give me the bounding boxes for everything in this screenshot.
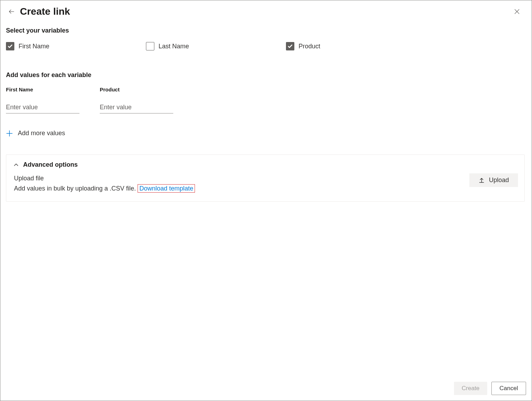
- variable-first-name[interactable]: First Name: [6, 42, 146, 50]
- back-button[interactable]: [6, 6, 17, 17]
- select-variables-heading: Select your variables: [6, 27, 526, 34]
- advanced-options-title: Advanced options: [23, 161, 78, 168]
- add-more-values-button[interactable]: Add more values: [6, 130, 526, 137]
- upload-button-label: Upload: [489, 177, 509, 184]
- page-title: Create link: [20, 6, 70, 17]
- first-name-input[interactable]: [6, 102, 79, 113]
- download-template-link[interactable]: Download template: [138, 184, 195, 193]
- checkbox-checked-icon: [6, 42, 14, 50]
- upload-button[interactable]: Upload: [469, 173, 518, 187]
- arrow-left-icon: [8, 8, 15, 15]
- variable-product[interactable]: Product: [286, 42, 426, 50]
- product-input[interactable]: [100, 102, 173, 113]
- create-button[interactable]: Create: [454, 382, 487, 395]
- upload-file-title: Upload file: [14, 175, 44, 182]
- checkbox-unchecked-icon: [146, 42, 154, 50]
- checkbox-label: First Name: [19, 43, 49, 50]
- checkbox-label: Last Name: [159, 43, 189, 50]
- add-more-label: Add more values: [18, 130, 65, 137]
- advanced-options-panel: Advanced options Upload file Add values …: [6, 154, 525, 202]
- chevron-up-icon: [13, 161, 20, 168]
- header: Create link: [0, 0, 532, 20]
- cancel-button[interactable]: Cancel: [491, 382, 526, 395]
- upload-description: Upload file Add values in bulk by upload…: [13, 173, 195, 194]
- upload-icon: [478, 177, 485, 184]
- plus-icon: [6, 130, 13, 137]
- checkbox-label: Product: [299, 43, 320, 50]
- checkbox-checked-icon: [286, 42, 294, 50]
- value-field-label: Product: [100, 87, 173, 92]
- add-values-heading: Add values for each variable: [6, 71, 526, 79]
- value-field-label: First Name: [6, 87, 79, 92]
- value-field-first-name: First Name: [6, 87, 79, 113]
- close-button[interactable]: [511, 6, 523, 17]
- variable-last-name[interactable]: Last Name: [146, 42, 286, 50]
- variables-row: First Name Last Name Product: [6, 42, 526, 50]
- upload-file-desc: Add values in bulk by uploading a .CSV f…: [14, 185, 138, 192]
- footer: Create Cancel: [454, 382, 526, 395]
- value-fields: First Name Product: [6, 87, 526, 113]
- close-icon: [514, 9, 520, 14]
- advanced-options-header[interactable]: Advanced options: [13, 161, 518, 168]
- value-field-product: Product: [100, 87, 173, 113]
